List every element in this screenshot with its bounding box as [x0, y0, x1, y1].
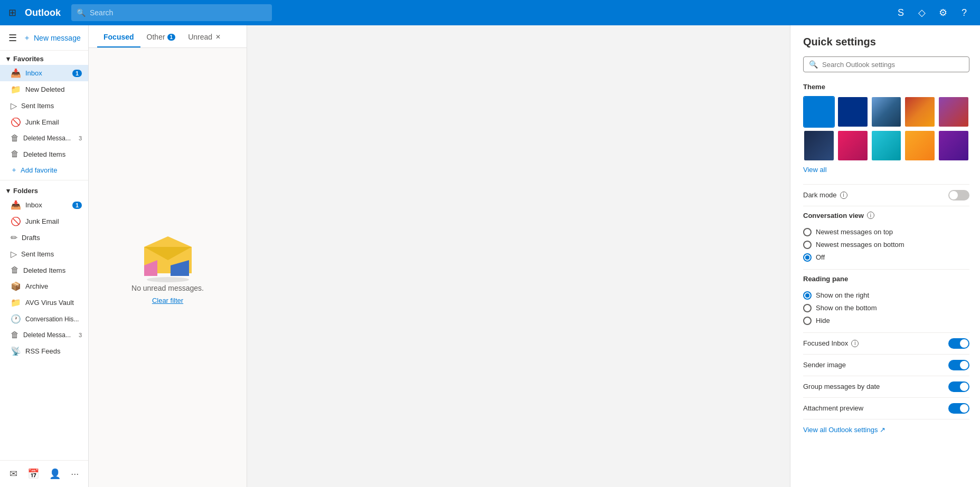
dark-mode-info-icon[interactable]: i [840, 192, 847, 199]
search-icon: 🔍 [77, 8, 86, 17]
plus-icon: ＋ [23, 33, 31, 43]
theme-swatch-partial5[interactable] [938, 96, 969, 128]
empty-state-illustration [136, 231, 200, 284]
conversation-view-info-icon[interactable]: i [867, 212, 874, 219]
grid-icon[interactable]: ⊞ [6, 5, 18, 21]
sender-image-label: Sender image [803, 361, 846, 369]
focused-inbox-info-icon[interactable]: i [851, 340, 859, 347]
theme-swatch-pink[interactable] [837, 130, 869, 161]
attachment-preview-toggle[interactable] [948, 403, 969, 414]
attachment-preview-label: Attachment preview [803, 404, 863, 412]
reading-pane-label: Reading pane [803, 275, 969, 283]
theme-swatch-landscape[interactable] [871, 96, 902, 128]
sidebar-item-new-deleted[interactable]: 📁 New Deleted [0, 81, 88, 98]
sender-image-toggle[interactable] [948, 360, 969, 370]
view-all-settings-link[interactable]: View all Outlook settings ↗ [803, 419, 969, 434]
top-navigation: ⊞ Outlook 🔍 S ◇ ⚙ ? [0, 0, 980, 25]
tab-other[interactable]: Other 1 [140, 25, 182, 47]
more-bottom-icon[interactable]: ··· [68, 465, 82, 483]
sidebar-item-deleted-messa-folders[interactable]: 🗑 Deleted Messa... 3 [0, 327, 88, 343]
junk-folder-icon: 🚫 [11, 216, 21, 226]
conversation-off[interactable]: Off [803, 251, 969, 264]
inbox-folder-icon: 📥 [11, 200, 21, 210]
conversation-newest-bottom[interactable]: Newest messages on bottom [803, 238, 969, 251]
folders-section-header[interactable]: ▾ Folders [0, 183, 88, 197]
main-layout: ☰ ＋ New message ▾ Favorites 📥 Inbox 1 📁 … [0, 25, 980, 487]
sidebar-item-inbox-favorites[interactable]: 📥 Inbox 1 [0, 65, 88, 81]
tab-focused[interactable]: Focused [97, 25, 140, 47]
empty-state-text: No unread messages. [131, 284, 204, 292]
plus-icon: ＋ [11, 165, 17, 175]
sidebar-item-junk-favorites[interactable]: 🚫 Junk Email [0, 114, 88, 130]
sidebar-bottom-icons: ✉ 📅 👤 ··· [0, 460, 88, 487]
focused-inbox-row: Focused Inbox i [803, 332, 969, 354]
radio-show-bottom[interactable] [803, 304, 812, 312]
focused-inbox-label: Focused Inbox [803, 339, 848, 347]
theme-swatch-last[interactable] [938, 130, 969, 161]
quick-settings-title: Quick settings [803, 36, 969, 48]
sidebar-item-junk-folders[interactable]: 🚫 Junk Email [0, 213, 88, 230]
qs-search-bar[interactable]: 🔍 [803, 56, 969, 72]
conversation-view-options: Newest messages on top Newest messages o… [803, 223, 969, 267]
search-input[interactable] [90, 8, 267, 17]
reading-pane-right[interactable]: Show on the right [803, 289, 969, 302]
clear-filter-link[interactable]: Clear filter [152, 297, 183, 304]
dark-mode-toggle[interactable] [948, 190, 969, 200]
radio-newest-top[interactable] [803, 228, 812, 236]
sidebar-item-deleted-items-folders[interactable]: 🗑 Deleted Items [0, 262, 88, 278]
sidebar-item-deleted-items-favorites[interactable]: 🗑 Deleted Items [0, 146, 88, 162]
sidebar-item-conversation-his[interactable]: 🕐 Conversation His... [0, 311, 88, 327]
chevron-down-icon: ▾ [6, 55, 10, 63]
favorites-section-header[interactable]: ▾ Favorites [0, 51, 88, 65]
sidebar-item-drafts[interactable]: ✏ Drafts [0, 230, 88, 246]
sent-icon: ▷ [11, 101, 17, 111]
reading-pane-bottom[interactable]: Show on the bottom [803, 302, 969, 314]
tab-unread[interactable]: Unread ✕ [182, 25, 227, 47]
help-icon[interactable]: ? [955, 3, 974, 22]
sidebar-item-inbox-folders[interactable]: 📥 Inbox 1 [0, 197, 88, 213]
sidebar-item-rss-feeds[interactable]: 📡 RSS Feeds [0, 343, 88, 359]
search-bar[interactable]: 🔍 [71, 4, 272, 21]
sidebar-item-archive[interactable]: 📦 Archive [0, 278, 88, 294]
inbox-icon: 📥 [11, 68, 21, 78]
trash-folder-icon: 🗑 [11, 265, 19, 275]
reading-pane-hide[interactable]: Hide [803, 314, 969, 327]
view-all-themes-link[interactable]: View all [803, 166, 969, 174]
topnav-right-icons: S ◇ ⚙ ? [891, 3, 974, 22]
theme-swatch-sunset[interactable] [904, 96, 936, 128]
settings-icon[interactable]: ⚙ [934, 3, 953, 22]
sent-folder-icon: ▷ [11, 249, 17, 259]
group-messages-row: Group messages by date [803, 376, 969, 397]
sidebar-item-sent-favorites[interactable]: ▷ Sent Items [0, 98, 88, 114]
sidebar-item-sent-folders[interactable]: ▷ Sent Items [0, 246, 88, 262]
tab-close-unread[interactable]: ✕ [215, 33, 221, 41]
theme-swatch-dark-blue[interactable] [803, 130, 835, 161]
people-bottom-icon[interactable]: 👤 [46, 465, 64, 483]
theme-label: Theme [803, 83, 969, 91]
sidebar-divider [0, 180, 88, 180]
calendar-bottom-icon[interactable]: 📅 [24, 465, 42, 483]
radio-hide[interactable] [803, 317, 812, 325]
mail-bottom-icon[interactable]: ✉ [6, 465, 21, 483]
sidebar-item-avg-virus-vault[interactable]: 📁 AVG Virus Vault [0, 294, 88, 311]
theme-swatch-star[interactable] [904, 130, 936, 161]
skype-icon[interactable]: S [891, 3, 910, 22]
conversation-newest-top[interactable]: Newest messages on top [803, 226, 969, 238]
group-messages-toggle[interactable] [948, 381, 969, 392]
qs-search-input[interactable] [822, 61, 964, 69]
dark-mode-label: Dark mode [803, 191, 837, 199]
hamburger-button[interactable]: ☰ [6, 30, 19, 46]
radio-show-right[interactable] [803, 291, 812, 300]
focused-inbox-toggle[interactable] [948, 338, 969, 349]
add-favorite-button[interactable]: ＋ Add favorite [0, 162, 88, 178]
new-message-button[interactable]: ＋ New message [23, 33, 81, 43]
theme-swatch-blue-light[interactable] [803, 96, 835, 128]
sidebar-item-deleted-messa-favorites[interactable]: 🗑 Deleted Messa... 3 [0, 130, 88, 146]
attachment-preview-row: Attachment preview [803, 397, 969, 419]
radio-off[interactable] [803, 253, 812, 262]
radio-newest-bottom[interactable] [803, 241, 812, 249]
diamond-icon[interactable]: ◇ [912, 3, 931, 22]
sender-image-row: Sender image [803, 354, 969, 376]
theme-swatch-blue-dark[interactable] [837, 96, 869, 128]
theme-swatch-water[interactable] [871, 130, 902, 161]
